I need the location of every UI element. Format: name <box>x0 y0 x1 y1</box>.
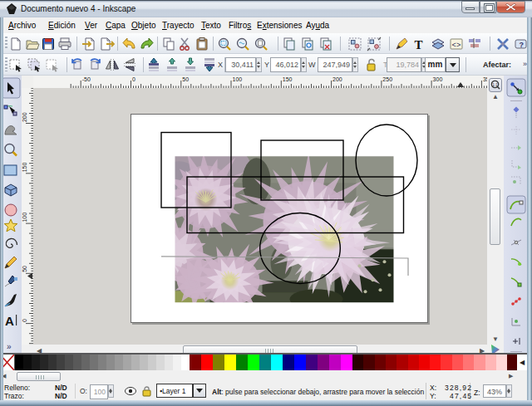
svg-text:-50: -50 <box>82 76 91 82</box>
svg-text:0: 0 <box>22 319 27 322</box>
svg-text:50: 50 <box>22 266 27 272</box>
svg-text:200: 200 <box>332 76 342 82</box>
svg-text:T: T <box>415 38 423 51</box>
svg-text:250: 250 <box>382 76 392 82</box>
svg-text:»: » <box>7 342 12 351</box>
svg-text:300: 300 <box>433 76 443 82</box>
svg-text:?: ? <box>520 41 525 49</box>
svg-text:200: 200 <box>22 112 27 122</box>
svg-text:<>: <> <box>452 42 461 50</box>
svg-text:0: 0 <box>132 76 135 82</box>
svg-text:150: 150 <box>22 163 27 173</box>
svg-text:100: 100 <box>233 76 243 82</box>
svg-text:150: 150 <box>283 76 293 82</box>
svg-text:50: 50 <box>182 76 189 82</box>
svg-text:1:1: 1:1 <box>492 82 498 87</box>
svg-text:350: 350 <box>483 76 487 82</box>
svg-text:A: A <box>5 314 14 328</box>
svg-text:100: 100 <box>22 213 27 223</box>
